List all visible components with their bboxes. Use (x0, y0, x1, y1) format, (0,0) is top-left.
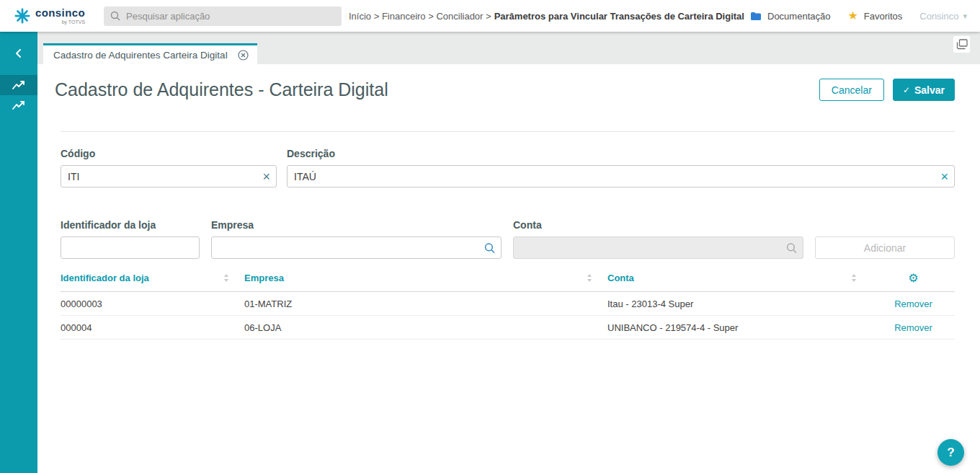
identificador-field: Identificador da loja (61, 219, 200, 259)
table-row: 000004 06-LOJA UNIBANCO - 219574-4 - Sup… (61, 316, 955, 340)
sidebar-back-button[interactable] (0, 43, 37, 63)
user-menu-label: Consinco (919, 11, 958, 22)
add-field: Adicionar (815, 236, 955, 259)
user-menu[interactable]: Consinco ▾ (919, 11, 967, 22)
save-button[interactable]: ✓ Salvar (893, 79, 955, 101)
table-row: 00000003 01-MATRIZ Itau - 23013-4 Super … (61, 292, 955, 316)
column-header-identificador[interactable]: Identificador da loja (61, 273, 244, 283)
logo-brand-text: consinco (35, 7, 85, 18)
cell-empresa: 01-MATRIZ (244, 299, 607, 309)
empresa-field: Empresa (211, 219, 502, 259)
conta-field: Conta (513, 219, 803, 259)
empresa-input[interactable] (211, 236, 502, 259)
adquirentes-table: Identificador da loja Empresa Conta ⚙ (61, 265, 955, 340)
logo-star-icon (14, 8, 30, 24)
tab-bar: Cadastro de Adquirentes Carteira Digital (37, 32, 980, 64)
remove-link[interactable]: Remover (872, 322, 955, 333)
clear-icon[interactable]: × (940, 170, 948, 183)
empresa-label: Empresa (211, 219, 502, 231)
sort-icon (224, 274, 228, 282)
top-bar: consinco by TOTVS Início > Financeiro > … (0, 0, 980, 32)
sidebar (0, 32, 37, 473)
documentation-label: Documentação (767, 11, 830, 22)
clear-icon[interactable]: × (262, 170, 270, 183)
question-mark-icon: ? (947, 446, 954, 460)
favorites-label: Favoritos (864, 11, 902, 22)
search-icon (110, 11, 120, 21)
column-header-empresa[interactable]: Empresa (244, 273, 607, 283)
app-search-input[interactable] (126, 11, 335, 22)
remove-link[interactable]: Remover (872, 299, 955, 309)
cell-empresa: 06-LOJA (244, 322, 607, 333)
sidebar-item-chart-secondary[interactable] (0, 95, 37, 115)
logo-byline-text: by TOTVS (62, 19, 85, 25)
breadcrumb-path[interactable]: Início > Financeiro > Conciliador > (349, 11, 491, 22)
descricao-field: Descrição × (287, 148, 955, 187)
tab-label: Cadastro de Adquirentes Carteira Digital (53, 50, 228, 61)
search-icon[interactable] (484, 242, 495, 253)
main-content: Cadastro de Adquirentes - Carteira Digit… (37, 64, 980, 473)
identificador-input[interactable] (61, 236, 200, 259)
sidebar-item-chart-active[interactable] (0, 75, 37, 95)
conta-input (513, 236, 803, 259)
star-icon: ★ (847, 10, 858, 22)
chevron-down-icon: ▾ (963, 12, 967, 20)
cell-conta: UNIBANCO - 219574-4 - Super (607, 322, 872, 333)
search-icon (786, 242, 797, 253)
consinco-logo[interactable]: consinco by TOTVS (14, 7, 86, 25)
tab-close-icon[interactable] (238, 50, 249, 61)
page-title: Cadastro de Adquirentes - Carteira Digit… (55, 79, 388, 100)
cell-identificador: 000004 (61, 322, 244, 333)
breadcrumb: Início > Financeiro > Conciliador >Parâm… (349, 11, 744, 22)
tab-list-button[interactable] (953, 36, 970, 53)
line-chart-icon (12, 80, 25, 90)
app-search-box (104, 6, 342, 26)
codigo-label: Código (61, 148, 277, 159)
cell-conta: Itau - 23013-4 Super (607, 299, 872, 309)
tab-cadastro-adquirentes[interactable]: Cadastro de Adquirentes Carteira Digital (43, 43, 257, 64)
descricao-label: Descrição (287, 148, 955, 159)
line-chart-icon (12, 100, 25, 110)
table-header-row: Identificador da loja Empresa Conta ⚙ (61, 265, 955, 292)
conta-label: Conta (513, 219, 803, 231)
identificador-label: Identificador da loja (61, 219, 200, 231)
column-header-conta[interactable]: Conta (607, 273, 872, 283)
cancel-button[interactable]: Cancelar (819, 79, 884, 101)
add-button: Adicionar (815, 236, 955, 259)
save-button-label: Salvar (914, 84, 945, 96)
codigo-input[interactable] (61, 165, 277, 187)
stacked-windows-icon (956, 39, 968, 50)
sort-icon (852, 274, 856, 282)
folder-icon (750, 12, 762, 21)
check-icon: ✓ (903, 85, 910, 95)
section-divider (61, 131, 955, 132)
descricao-input[interactable] (287, 165, 955, 187)
favorites-link[interactable]: ★ Favoritos (847, 10, 902, 22)
codigo-field: Código × (61, 148, 277, 187)
cell-identificador: 00000003 (61, 299, 244, 309)
chevron-left-icon (13, 48, 24, 59)
table-settings-gear-icon[interactable]: ⚙ (908, 273, 918, 284)
help-button[interactable]: ? (937, 439, 964, 466)
sort-icon (587, 274, 592, 282)
documentation-link[interactable]: Documentação (750, 11, 830, 22)
breadcrumb-current: Parâmetros para Vincular Transações de C… (494, 11, 744, 22)
